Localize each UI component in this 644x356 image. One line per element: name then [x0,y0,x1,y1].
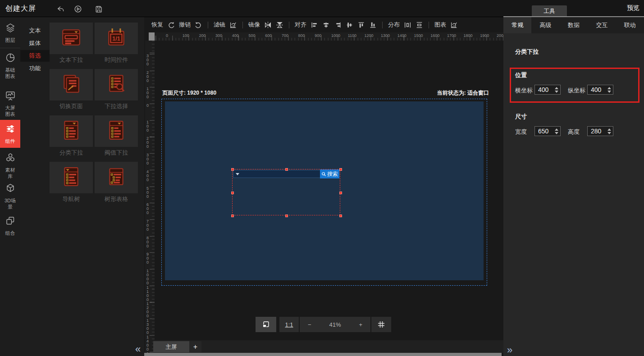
dropdown-caret-icon[interactable] [236,173,239,175]
ruler-h-label: 1800 [464,33,473,38]
stepper-up-icon[interactable] [555,128,558,131]
component-tile-dropdown-select[interactable] [95,69,138,100]
sidebar-item-screen-chart[interactable]: 大屏图表 [0,90,20,117]
width-stepper[interactable] [554,128,560,134]
zoom-out-button[interactable]: − [308,321,311,328]
sidebar-item-hexagons[interactable]: 素材库 [0,152,20,179]
screen-tab-main[interactable]: 主屏 [153,341,189,352]
horizontal-scrollbar[interactable] [144,353,502,356]
sidebar-item-combine[interactable]: 组合 [0,215,20,236]
properties-tab-1[interactable]: 高级 [531,17,559,33]
stepper-up-icon[interactable] [607,128,611,131]
x-coordinate-stepper[interactable] [554,87,560,93]
x-coordinate-value[interactable]: 400 [535,86,554,93]
filter-chart-icon[interactable] [229,21,237,29]
fit-to-window-button[interactable] [256,317,276,332]
width-input[interactable]: 650 [534,126,561,136]
selection-handle[interactable] [285,215,288,217]
collapse-left-panel-button[interactable]: « [135,344,141,354]
chart-button[interactable]: 图表 [434,21,446,29]
selection-handle[interactable] [231,168,234,171]
sidebar-item-cube[interactable]: 3D场景 [0,183,20,210]
sidebar-item-label: 组合 [3,230,18,236]
properties-tab-0[interactable]: 常规 [503,17,531,33]
width-value[interactable]: 650 [535,128,554,135]
mirror-button[interactable]: 镜像 [248,21,260,29]
dropdown-input[interactable] [233,170,321,178]
chart-icon[interactable] [450,21,458,29]
component-tile-text-dropdown[interactable] [50,23,93,54]
component-tile-nav-tree[interactable] [50,162,93,193]
align-left-icon[interactable] [311,21,318,29]
properties-tab-4[interactable]: 联动 [616,17,644,33]
redo-icon[interactable] [167,21,175,29]
sidebar-item-sliders[interactable]: 组件 [0,120,20,148]
y-coordinate-input[interactable]: 400 [587,85,613,95]
filter-category-tab-1[interactable]: 媒体 [20,37,50,49]
stepper-down-icon[interactable] [607,132,611,134]
x-coordinate-input[interactable]: 400 [534,85,561,95]
undo-button[interactable]: 撤销 [179,21,191,29]
save-icon[interactable] [95,5,103,13]
actual-size-button[interactable]: 1:1 [279,317,299,332]
stepper-up-icon[interactable] [555,87,558,89]
vertical-ruler: 3002001000100200300400500600700800900100… [145,41,155,356]
align-center-vertical-icon[interactable] [346,21,353,29]
component-tile-threshold-dropdown[interactable] [95,115,138,147]
height-stepper[interactable] [607,128,613,134]
distribute-vertical-icon[interactable] [416,21,423,29]
filter-category-tab-3[interactable]: 功能 [20,63,50,74]
height-value[interactable]: 280 [588,128,607,135]
distribute-horizontal-icon[interactable] [404,21,411,29]
flip-horizontal-icon[interactable] [264,21,272,29]
component-tile-time-control[interactable]: 1/1 [95,23,138,54]
y-coordinate-stepper[interactable] [607,87,613,93]
y-coordinate-value[interactable]: 400 [588,86,607,93]
selection-handle[interactable] [231,192,234,194]
align-bottom-icon[interactable] [369,21,377,29]
component-tile-tree-table[interactable] [95,162,138,193]
collapse-right-panel-button[interactable]: » [507,345,512,355]
selection-handle[interactable] [339,192,342,194]
restore-button[interactable]: 恢复 [151,21,163,29]
add-screen-tab-button[interactable]: + [189,341,201,352]
selection-handle[interactable] [285,168,288,171]
align-right-icon[interactable] [334,21,342,29]
widget-search-button[interactable]: 搜索 [320,169,339,178]
selection-handle[interactable] [339,215,342,217]
filter-button[interactable]: 滤镜 [214,21,225,29]
ruler-v-label: 1200 [146,302,151,318]
align-button[interactable]: 对齐 [295,21,306,29]
align-center-horizontal-icon[interactable] [322,21,330,29]
ruler-h-label: 1000 [331,33,340,38]
fit-screen-icon [262,320,270,329]
properties-tab-2[interactable]: 数据 [560,17,588,33]
zoom-in-button[interactable]: + [359,321,362,328]
component-tile-category-dropdown[interactable] [50,115,93,147]
stepper-down-icon[interactable] [607,91,611,93]
undo-arrow-icon[interactable] [56,5,64,13]
component-tile-switch-page[interactable] [50,69,93,100]
flip-vertical-icon[interactable] [276,21,283,29]
selection-handle[interactable] [231,215,234,217]
filter-category-tab-2[interactable]: 筛选 [20,50,50,62]
play-icon[interactable] [74,5,82,13]
selection-handle[interactable] [339,168,342,171]
sliders-icon [5,123,16,136]
tool-panel-tab[interactable]: 工具 [532,5,567,17]
grid-toggle-button[interactable] [371,317,391,332]
filter-category-tab-0[interactable]: 文本 [20,25,50,37]
tree-table-icon [106,167,127,188]
selected-category-dropdown-widget[interactable]: 搜索 [232,169,340,215]
preview-button[interactable]: 预览 [627,4,639,12]
height-input[interactable]: 280 [587,126,613,136]
sidebar-item-pie-chart[interactable]: 基础图表 [0,52,20,79]
stepper-up-icon[interactable] [607,87,611,89]
properties-tab-3[interactable]: 交互 [588,17,616,33]
distribute-button[interactable]: 分布 [388,21,400,29]
stepper-down-icon[interactable] [555,91,558,93]
sidebar-item-layers[interactable]: 图层 [0,23,20,43]
undo-icon[interactable] [195,21,202,29]
align-top-icon[interactable] [357,21,365,29]
stepper-down-icon[interactable] [555,132,558,134]
